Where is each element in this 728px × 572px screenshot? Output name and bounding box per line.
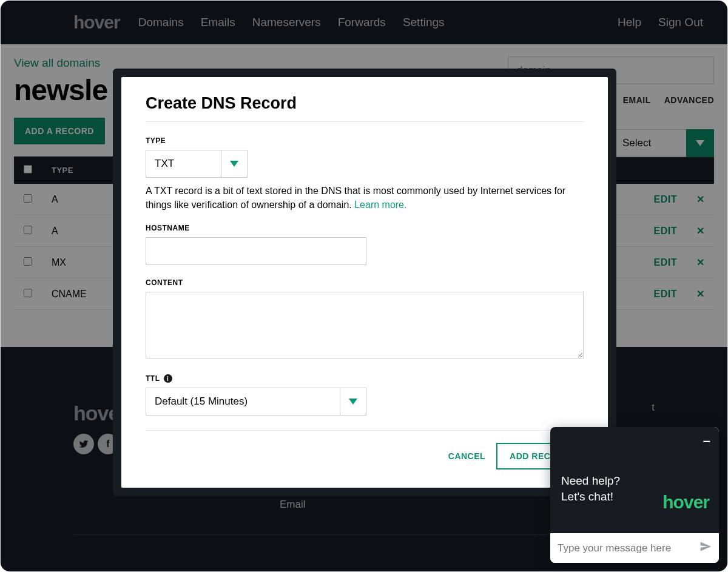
learn-more-link[interactable]: Learn more. [354,200,406,210]
hostname-label: HOSTNAME [146,224,584,232]
ttl-select[interactable]: Default (15 Minutes) [146,388,584,416]
minimize-icon[interactable]: – [703,433,710,449]
send-icon[interactable] [699,540,712,556]
content-textarea[interactable] [146,292,584,358]
ttl-value: Default (15 Minutes) [146,388,340,416]
svg-marker-1 [230,161,238,167]
type-value: TXT [146,150,221,178]
type-label: TYPE [146,136,584,145]
modal-title: Create DNS Record [146,94,584,113]
cancel-button[interactable]: CANCEL [446,444,488,468]
chevron-down-icon [221,150,248,178]
chat-greeting: Need help?Let's chat! [561,473,640,504]
type-select[interactable]: TXT [146,150,584,178]
chat-logo: hover [662,492,709,513]
hostname-input[interactable] [146,237,366,265]
content-label: CONTENT [146,278,584,287]
modal: Create DNS Record TYPE TXT A TXT record … [113,69,616,496]
chat-widget: – Need help?Let's chat! hover [550,427,719,563]
chevron-down-icon [340,388,366,416]
svg-marker-2 [349,399,357,405]
info-icon[interactable]: i [164,374,172,383]
chat-header: – Need help?Let's chat! hover [550,427,719,533]
chat-input[interactable] [558,542,699,554]
type-description: A TXT record is a bit of text stored in … [146,184,584,212]
ttl-label: TTL [146,374,160,383]
